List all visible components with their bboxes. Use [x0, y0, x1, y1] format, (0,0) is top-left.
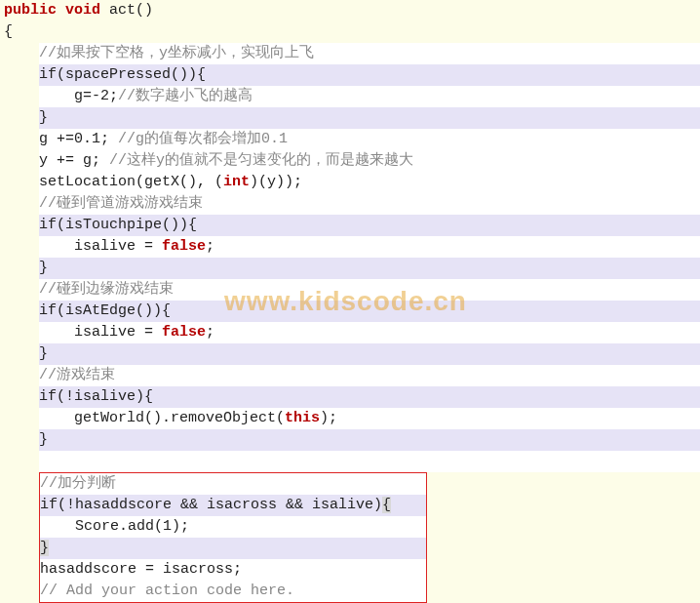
code-editor: public void act() { //如果按下空格，y坐标减小，实现向上飞… [0, 0, 700, 603]
comment-line: //加分判断 [40, 473, 426, 495]
brace-close-selected: } [40, 540, 49, 556]
code-line: Score.add(1); [40, 516, 426, 538]
keyword-this: this [285, 410, 320, 426]
code-line: isalive = false; [39, 322, 700, 343]
comment: //碰到管道游戏游戏结束 [39, 195, 203, 212]
brace-close: } [40, 538, 426, 559]
comment-line: // Add your action code here. [40, 581, 426, 602]
comment-line: //游戏结束 [39, 365, 700, 386]
brace-open-selected: { [382, 497, 391, 513]
if-touchpipe: if(isTouchpipe()){ [39, 215, 700, 236]
semicolon: ; [206, 324, 214, 341]
comment-line: //碰到管道游戏游戏结束 [39, 193, 700, 215]
setloc-b: )(y)); [250, 174, 302, 190]
score-add: Score.add(1); [75, 518, 189, 535]
comment: // Add your action code here. [40, 583, 294, 599]
comment: //游戏结束 [39, 367, 115, 383]
y-plus: y += g; [39, 152, 109, 169]
code-line: y += g; //这样y的值就不是匀速变化的，而是越来越大 [39, 150, 700, 172]
code-line: isalive = false; [39, 236, 700, 258]
g-assign: g=-2; [74, 88, 118, 104]
code-line: public void act() [0, 0, 700, 21]
keyword-public: public [4, 2, 57, 19]
comment: //这样y的值就不是匀速变化的，而是越来越大 [109, 152, 413, 169]
isalive-eq: isalive = [74, 238, 162, 255]
setloc-a: setLocation(getX(), ( [39, 174, 223, 190]
brace-close: } [39, 343, 700, 365]
literal-false: false [162, 238, 206, 255]
keyword-void: void [65, 2, 100, 19]
comment: //碰到边缘游戏结束 [39, 281, 174, 298]
if-atedge: if(isAtEdge()){ [39, 301, 700, 322]
if-score-cond: if(!hasaddscore && isacross && isalive) [40, 497, 382, 513]
code-line: g=-2;//数字越小飞的越高 [39, 86, 700, 107]
code-line: getWorld().removeObject(this); [39, 408, 700, 429]
comment-line: //碰到边缘游戏结束 [39, 279, 700, 301]
highlighted-block: //加分判断 if(!hasaddscore && isacross && is… [39, 472, 427, 603]
blank-line [39, 451, 700, 472]
comment-line: //如果按下空格，y坐标减小，实现向上飞 [39, 43, 700, 64]
brace-close: } [39, 429, 700, 451]
comment: //加分判断 [40, 475, 116, 492]
code-line: g +=0.1; //g的值每次都会增加0.1 [39, 129, 700, 150]
remove-b: ); [320, 410, 337, 426]
comment: //g的值每次都会增加0.1 [118, 131, 288, 147]
semicolon: ; [206, 238, 214, 255]
isalive-eq: isalive = [74, 324, 162, 341]
brace-close: } [39, 258, 700, 279]
keyword-int: int [223, 174, 250, 190]
remove-a: getWorld().removeObject( [74, 410, 285, 426]
comment: //如果按下空格，y坐标减小，实现向上飞 [39, 45, 314, 61]
brace-open: { [0, 21, 700, 43]
comment: //数字越小飞的越高 [118, 88, 253, 104]
if-space: if(spacePressed()){ [39, 64, 700, 86]
literal-false: false [162, 324, 206, 341]
hasaddscore-line: hasaddscore = isacross; [40, 559, 426, 581]
g-plus: g +=0.1; [39, 131, 118, 147]
code-line: setLocation(getX(), (int)(y)); [39, 172, 700, 193]
brace-close: } [39, 107, 700, 129]
if-score: if(!hasaddscore && isacross && isalive){ [40, 495, 426, 516]
if-notalive: if(!isalive){ [39, 386, 700, 408]
code-text: act() [100, 2, 153, 19]
